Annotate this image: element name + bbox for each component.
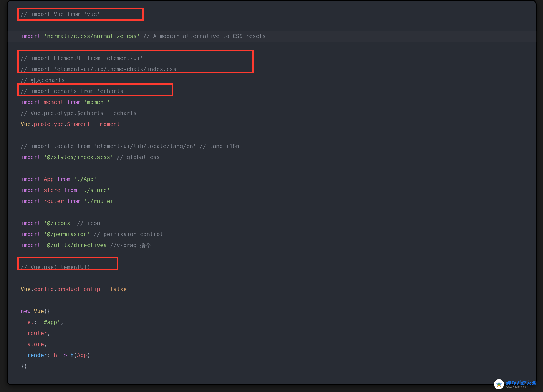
code-token: ) bbox=[87, 352, 90, 358]
code-token: router bbox=[44, 198, 64, 204]
code-line[interactable]: // import ElementUI from 'element-ui' bbox=[21, 53, 537, 64]
code-line[interactable]: new Vue({ bbox=[21, 306, 537, 317]
code-token: . bbox=[64, 121, 67, 128]
code-token: // Vue.prototype.$echarts = echarts bbox=[21, 110, 137, 117]
code-token: store bbox=[27, 341, 44, 347]
code-token: from bbox=[57, 176, 70, 182]
code-token: App bbox=[44, 176, 54, 182]
code-token bbox=[41, 176, 44, 182]
code-line[interactable]: // import Vue from 'vue' bbox=[21, 9, 537, 20]
code-token: productionTip bbox=[57, 286, 100, 292]
watermark-title: 纯净系统家园 bbox=[506, 380, 537, 386]
code-token: config bbox=[34, 286, 54, 292]
code-token bbox=[21, 330, 27, 336]
code-token bbox=[113, 154, 117, 161]
code-token: => bbox=[60, 352, 67, 358]
code-line[interactable]: import '@/permission' // permission cont… bbox=[21, 229, 537, 240]
code-token bbox=[41, 220, 44, 226]
code-line[interactable]: import App from './App' bbox=[21, 174, 537, 185]
code-token bbox=[64, 198, 67, 204]
code-token: from bbox=[67, 198, 80, 204]
watermark-logo-icon bbox=[494, 379, 504, 389]
code-token: . bbox=[30, 286, 34, 292]
code-token: // Vue.use(ElementUI) bbox=[21, 264, 90, 270]
code-line[interactable]: import store from './store' bbox=[21, 185, 537, 196]
code-token bbox=[80, 198, 84, 204]
code-token: h bbox=[54, 352, 57, 358]
code-token: : bbox=[34, 319, 41, 325]
code-token bbox=[90, 121, 93, 128]
code-token: }) bbox=[21, 363, 27, 370]
code-token: moment bbox=[100, 121, 120, 128]
code-token: Vue bbox=[34, 308, 44, 314]
code-token bbox=[41, 198, 44, 204]
code-line[interactable] bbox=[21, 251, 537, 262]
code-token: , bbox=[47, 330, 51, 336]
code-token: : bbox=[47, 352, 54, 358]
code-line[interactable] bbox=[21, 20, 537, 31]
code-line[interactable]: import "@/utils/directives"//v-drag 指令 bbox=[21, 240, 537, 251]
code-token: // permission control bbox=[94, 231, 163, 237]
code-token: h bbox=[70, 352, 74, 358]
code-token: moment bbox=[44, 99, 64, 106]
code-token bbox=[41, 99, 44, 106]
code-line[interactable]: store, bbox=[21, 339, 537, 350]
code-line[interactable]: el: '#app', bbox=[21, 317, 537, 328]
code-token bbox=[67, 352, 70, 358]
code-line[interactable]: render: h => h(App) bbox=[21, 350, 537, 361]
code-line[interactable]: import moment from 'moment' bbox=[21, 97, 537, 108]
code-token: from bbox=[64, 187, 77, 193]
code-line[interactable]: Vue.prototype.$moment = moment bbox=[21, 119, 537, 130]
code-line[interactable]: import '@/icons' // icon bbox=[21, 218, 537, 229]
code-token: // icon bbox=[77, 220, 100, 226]
code-token: new bbox=[21, 308, 30, 314]
code-line[interactable]: import router from './router' bbox=[21, 196, 537, 207]
code-token: 'moment' bbox=[84, 99, 110, 106]
code-token bbox=[30, 308, 34, 314]
code-token bbox=[90, 231, 93, 237]
code-token: import bbox=[21, 220, 41, 226]
code-token: // import ElementUI from 'element-ui' bbox=[21, 55, 143, 62]
code-line[interactable]: import 'normalize.css/normalize.css' // … bbox=[21, 31, 537, 42]
code-line[interactable] bbox=[21, 207, 537, 218]
code-line[interactable]: // Vue.use(ElementUI) bbox=[21, 262, 537, 273]
code-token: render bbox=[27, 352, 47, 358]
code-line[interactable]: router, bbox=[21, 328, 537, 339]
code-token: App bbox=[77, 352, 87, 358]
code-token bbox=[57, 352, 60, 358]
code-token: import bbox=[21, 33, 41, 39]
code-token: Vue bbox=[21, 121, 30, 128]
code-line[interactable] bbox=[21, 163, 537, 174]
code-token bbox=[21, 352, 27, 358]
code-token: // import locale from 'element-ui/lib/lo… bbox=[21, 143, 239, 150]
code-line[interactable] bbox=[21, 42, 537, 53]
code-line[interactable] bbox=[21, 295, 537, 306]
code-line[interactable]: // import echarts from 'echarts' bbox=[21, 86, 537, 97]
code-token: , bbox=[60, 319, 63, 325]
code-token: import bbox=[21, 187, 41, 193]
code-token: // global css bbox=[117, 154, 160, 161]
code-line[interactable]: import '@/styles/index.scss' // global c… bbox=[21, 152, 537, 163]
code-token: './App' bbox=[74, 176, 97, 182]
code-line[interactable]: }) bbox=[21, 361, 537, 372]
code-token: // import echarts from 'echarts' bbox=[21, 88, 127, 95]
code-token: $moment bbox=[67, 121, 90, 128]
code-token: './router' bbox=[84, 198, 117, 204]
code-line[interactable]: // import 'element-ui/lib/theme-chalk/in… bbox=[21, 64, 537, 75]
code-line[interactable]: // Vue.prototype.$echarts = echarts bbox=[21, 108, 537, 119]
code-token: '@/permission' bbox=[44, 231, 90, 237]
code-token: import bbox=[21, 154, 41, 161]
code-token: false bbox=[110, 286, 127, 292]
code-line[interactable]: Vue.config.productionTip = false bbox=[21, 284, 537, 295]
code-line[interactable]: // import locale from 'element-ui/lib/lo… bbox=[21, 141, 537, 152]
code-area[interactable]: // import Vue from 'vue' import 'normali… bbox=[7, 9, 537, 385]
code-token bbox=[107, 286, 110, 292]
code-token: . bbox=[54, 286, 57, 292]
code-line[interactable]: // 引入echarts bbox=[21, 75, 537, 86]
code-token: import bbox=[21, 231, 41, 237]
code-token: router bbox=[27, 330, 47, 336]
code-line[interactable] bbox=[21, 273, 537, 284]
code-line[interactable] bbox=[21, 130, 537, 141]
code-token: import bbox=[21, 198, 41, 204]
code-token: = bbox=[94, 121, 97, 128]
